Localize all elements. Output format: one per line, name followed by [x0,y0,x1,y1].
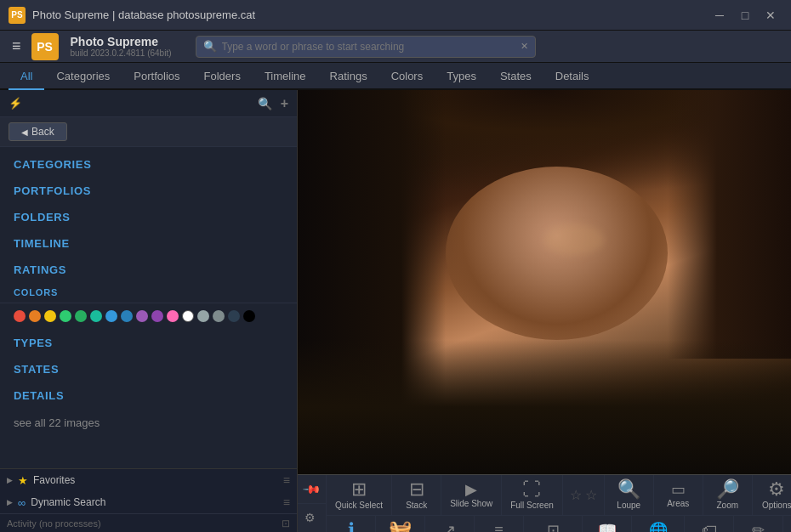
favorites-menu-icon[interactable]: ≡ [283,473,290,487]
favorites-label: Favorites [33,474,278,486]
nav-tab-all[interactable]: All [9,63,44,90]
loupe-button[interactable]: 🔍 Loupe [605,475,654,515]
categories-link[interactable]: CATEGORIES [14,154,283,175]
search-clear-icon[interactable]: ✕ [521,41,528,52]
slideshow-button[interactable]: ▶ Slide Show [441,475,502,515]
sidebar-item-folders[interactable]: FOLDERS [0,203,297,229]
favorites-item[interactable]: ▶ ★ Favorites ≡ [0,469,297,491]
light-table-button[interactable]: ⊡ Light Table [524,516,583,532]
share-button[interactable]: ↗ Share [425,516,475,532]
ratings-link[interactable]: RATINGS [14,259,283,280]
quick-select-icon: ⊞ [351,480,367,499]
color-dot-9[interactable] [151,310,163,322]
nav-tab-colors[interactable]: Colors [379,63,435,90]
sidebar-item-portfolios[interactable]: PORTFOLIOS [0,177,297,203]
sidebar-search-icon[interactable]: 🔍 [258,97,272,110]
colors-section-header: COLORS [0,282,297,303]
nav-tab-folders[interactable]: Folders [192,63,253,90]
zoom-button[interactable]: 🔎 Zoom [703,475,753,515]
nav-tab-states[interactable]: States [488,63,543,90]
batch-icon: ≡ [494,523,504,532]
types-link[interactable]: TYPES [14,332,283,354]
color-dot-7[interactable] [121,310,133,322]
loupe-icon: 🔍 [617,480,640,499]
nav-tab-timeline[interactable]: Timeline [253,63,318,90]
basket-button[interactable]: 🧺 Basket [376,516,425,532]
batch-button[interactable]: ≡ Batch [475,516,524,532]
window-icon: PS [9,7,26,24]
see-all-images: see all 22 images [0,408,297,438]
sidebar-item-types[interactable]: TYPES [0,329,297,355]
sidebar-item-timeline[interactable]: TIMELINE [0,229,297,256]
areas-icon: ▭ [671,482,686,497]
dynamic-search-item[interactable]: ▶ ∞ Dynamic Search ≡ [0,491,297,513]
sidebar-item-ratings[interactable]: RATINGS [0,256,297,282]
color-dot-11[interactable] [182,310,194,322]
labels-button[interactable]: 🏷 Labels [685,516,734,532]
share-icon: ↗ [443,523,456,532]
color-dot-3[interactable] [60,310,71,322]
pin-icon[interactable]: 📌 [302,479,322,499]
color-dot-6[interactable] [105,310,117,322]
maximize-button[interactable]: □ [733,7,757,24]
activity-icon[interactable]: ⊡ [282,518,290,529]
details-link[interactable]: DETAILS [14,385,283,406]
sidebar-add-icon[interactable]: + [281,96,288,111]
quick-select-label: Quick Select [335,501,383,510]
search-input[interactable] [222,41,515,53]
folders-link[interactable]: FOLDERS [14,207,283,228]
color-dot-2[interactable] [44,310,56,322]
minimize-button[interactable]: ─ [708,7,731,24]
color-dot-5[interactable] [90,310,102,322]
geo-tag-icon: 🌐 [649,523,668,532]
color-dot-10[interactable] [167,310,179,322]
sidebar-item-details[interactable]: DETAILS [0,382,297,408]
search-bar[interactable]: 🔍 ✕ [196,36,536,58]
star-rating-2[interactable]: ☆ [585,487,597,503]
color-dot-8[interactable] [136,310,148,322]
filter-icon: ⚡ [9,97,22,110]
quick-select-button[interactable]: ⊞ Quick Select [327,475,392,515]
nav-tab-details[interactable]: Details [543,63,601,90]
loupe-label: Loupe [617,501,640,510]
adjust-button[interactable]: ✏ Adjust [734,516,783,532]
sidebar-item-states[interactable]: STATES [0,355,297,382]
color-dot-13[interactable] [213,310,225,322]
back-button[interactable]: ◀ Back [9,122,67,141]
color-dot-12[interactable] [197,310,209,322]
settings-icon-btn[interactable]: ⚙ [298,504,326,532]
full-screen-button[interactable]: ⛶ Full Screen [502,475,563,515]
color-dot-0[interactable] [14,310,26,322]
main-area: ⚡ 🔍 + ◀ Back CATEGORIES PORTFOLIOS FOLDE… [0,90,791,532]
info-icon: ℹ [348,521,355,532]
left-bottom-panel: ▶ ★ Favorites ≡ ▶ ∞ Dynamic Search ≡ Act… [0,468,297,532]
right-panel: 📌 ⚙ ⊞ Quick Select ⊟ [298,90,791,532]
geo-tag-button[interactable]: 🌐 GEO Tag [632,516,685,532]
portfolios-link[interactable]: PORTFOLIOS [14,180,283,201]
color-dot-14[interactable] [228,310,240,322]
dynamic-search-menu-icon[interactable]: ≡ [283,495,290,509]
photo-portrait [298,90,791,474]
details-button[interactable]: 📖 Details [583,516,632,532]
nav-tab-portfolios[interactable]: Portfolios [122,63,191,90]
stack-button[interactable]: ⊟ Stack [392,475,441,515]
options-icon: ⚙ [768,480,785,499]
preview-button[interactable]: 👁 Preview [783,516,791,532]
close-button[interactable]: ✕ [759,7,782,24]
states-link[interactable]: STATES [14,359,283,380]
nav-tab-ratings[interactable]: Ratings [318,63,379,90]
info-button[interactable]: ℹ Info [327,516,376,532]
app-logo: PS [31,33,59,60]
star-rating-1[interactable]: ☆ [570,487,582,503]
areas-button[interactable]: ▭ Areas [654,475,703,515]
color-dot-1[interactable] [29,310,41,322]
nav-tab-categories[interactable]: Categories [44,63,122,90]
nav-tab-types[interactable]: Types [435,63,488,90]
hamburger-menu-button[interactable]: ≡ [9,34,25,59]
timeline-link[interactable]: TIMELINE [14,233,283,254]
color-dot-4[interactable] [75,310,87,322]
top-toolbar: ≡ PS Photo Supreme build 2023.0.2.4811 (… [0,31,791,63]
sidebar-item-categories[interactable]: CATEGORIES [0,150,297,177]
color-dot-15[interactable] [243,310,255,322]
options-button[interactable]: ⚙ Options [753,475,791,515]
